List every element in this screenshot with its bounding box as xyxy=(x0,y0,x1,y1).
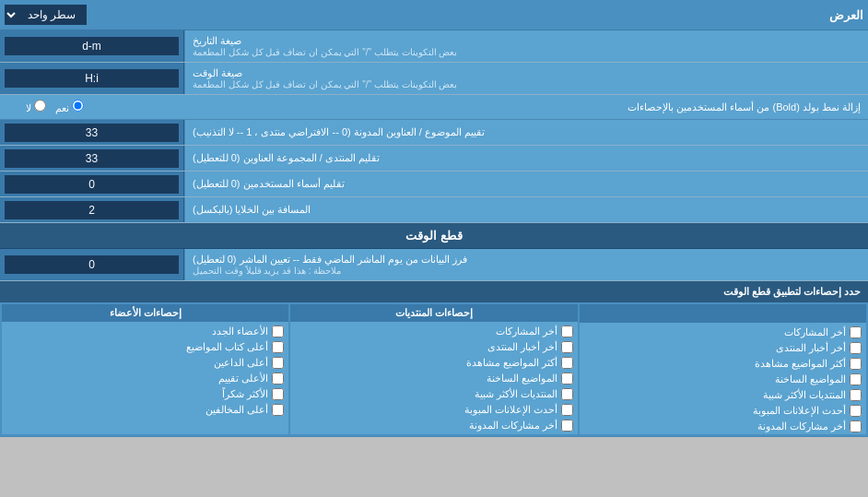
stats-item: أعلى المخالفين xyxy=(2,402,288,418)
stats-checkbox[interactable] xyxy=(561,357,573,369)
stats-item: أخر المشاركات xyxy=(290,324,577,339)
stats-checkbox[interactable] xyxy=(561,373,573,385)
stats-grid: أخر المشاركات أخر أخبار المنتدى أكثر الم… xyxy=(0,302,868,436)
date-format-row: صيغة التاريخ بعض التكوينات يتطلب "/" الت… xyxy=(0,30,868,63)
stats-item: أخر أخبار المنتدى xyxy=(290,339,577,355)
stats-checkbox[interactable] xyxy=(272,341,284,353)
date-format-input-container xyxy=(0,30,184,62)
stats-item: أكثر المواضيع مشاهدة xyxy=(580,356,866,372)
stats-checkbox[interactable] xyxy=(850,342,862,354)
topics-order-row: تقييم الموضوع / العناوين المدونة (0 -- ا… xyxy=(0,120,868,146)
stats-checkbox[interactable] xyxy=(561,341,573,353)
stats-item: الأكثر شكراً xyxy=(2,386,288,402)
freeze-section-header: قطع الوقت xyxy=(0,223,868,249)
time-format-row: صيغة الوقت بعض التكوينات يتطلب "/" التي … xyxy=(0,63,868,95)
cell-spacing-input[interactable] xyxy=(5,201,179,219)
stats-section: حدد إحصاءات لتطبيق قطع الوقت أخر المشارك… xyxy=(0,281,868,437)
stats-checkbox[interactable] xyxy=(272,357,284,369)
stats-col-2: إحصاءات المنتديات أخر المشاركات أخر أخبا… xyxy=(290,304,577,434)
bold-remove-row: إزالة نمط بولد (Bold) من أسماء المستخدمي… xyxy=(0,95,868,120)
stats-checkbox[interactable] xyxy=(272,325,284,337)
stats-item: المواضيع الساخنة xyxy=(290,371,577,386)
stats-item: المواضيع الساخنة xyxy=(580,372,866,387)
stats-item: أعلى كتاب المواضيع xyxy=(2,339,288,355)
date-format-label: صيغة التاريخ بعض التكوينات يتطلب "/" الت… xyxy=(184,30,868,62)
stats-col-3: إحصاءات الأعضاء الأعضاء الجدد أعلى كتاب … xyxy=(2,304,288,434)
stats-col-1-header xyxy=(580,304,866,323)
stats-item: أخر مشاركات المدونة xyxy=(290,418,577,433)
stats-checkbox[interactable] xyxy=(850,358,862,370)
stats-checkbox[interactable] xyxy=(561,325,573,337)
stats-checkbox[interactable] xyxy=(272,388,284,400)
freeze-row: فرز البيانات من يوم الماشر الماضي فقط --… xyxy=(0,249,868,281)
usernames-trim-input[interactable] xyxy=(5,175,179,194)
stats-checkbox[interactable] xyxy=(850,405,862,417)
stats-item: الأعضاء الجدد xyxy=(2,324,288,339)
forum-order-row: تقليم المنتدى / المجموعة العناوين (0 للت… xyxy=(0,146,868,172)
stats-checkbox[interactable] xyxy=(850,373,862,385)
stats-col-1: أخر المشاركات أخر أخبار المنتدى أكثر الم… xyxy=(580,304,866,434)
bold-yes-label: نعم xyxy=(55,100,84,114)
forum-order-input[interactable] xyxy=(5,149,179,168)
cell-spacing-label: المسافة بين الخلايا (بالبكسل) xyxy=(184,197,868,222)
stats-col-2-header: إحصاءات المنتديات xyxy=(290,304,577,322)
date-format-input[interactable] xyxy=(5,37,179,55)
stats-checkbox[interactable] xyxy=(561,420,573,432)
stats-item: المنتديات الأكثر شبية xyxy=(290,386,577,402)
time-format-input[interactable] xyxy=(5,69,179,88)
bold-remove-label: إزالة نمط بولد (Bold) من أسماء المستخدمي… xyxy=(84,101,861,113)
usernames-trim-input-container xyxy=(0,172,184,196)
stats-checkbox[interactable] xyxy=(272,404,284,416)
main-container: العرض سطر واحد سطران ثلاثة أسطر صيغة الت… xyxy=(0,0,868,437)
bold-no-label: لا xyxy=(26,100,46,114)
cell-spacing-input-container xyxy=(0,197,184,222)
stats-col-3-header: إحصاءات الأعضاء xyxy=(2,304,288,322)
stats-item: المنتديات الأكثر شبية xyxy=(580,387,866,403)
stats-item: أكثر المواضيع مشاهدة xyxy=(290,355,577,371)
bold-remove-radio-group: نعم لا xyxy=(7,100,84,114)
header-label: العرض xyxy=(829,8,863,22)
usernames-trim-label: تقليم أسماء المستخدمين (0 للتعطيل) xyxy=(184,172,868,196)
usernames-trim-row: تقليم أسماء المستخدمين (0 للتعطيل) xyxy=(0,172,868,197)
forum-order-input-container xyxy=(0,146,184,171)
freeze-input-container xyxy=(0,249,184,280)
stats-checkbox[interactable] xyxy=(850,420,862,432)
topics-order-input[interactable] xyxy=(5,124,179,142)
stats-item: أحدث الإعلانات المبوبة xyxy=(580,403,866,419)
stats-checkbox[interactable] xyxy=(850,389,862,401)
forum-order-label: تقليم المنتدى / المجموعة العناوين (0 للت… xyxy=(184,146,868,171)
stats-item: أعلى الداعين xyxy=(2,355,288,371)
topics-order-input-container xyxy=(0,120,184,145)
topics-order-label: تقييم الموضوع / العناوين المدونة (0 -- ا… xyxy=(184,120,868,145)
display-mode-select[interactable]: سطر واحد سطران ثلاثة أسطر xyxy=(5,5,87,25)
bold-no-radio[interactable] xyxy=(34,100,46,112)
stats-checkbox[interactable] xyxy=(850,326,862,338)
stats-item: أحدث الإعلانات المبوبة xyxy=(290,402,577,418)
time-format-input-container xyxy=(0,63,184,94)
freeze-label: فرز البيانات من يوم الماشر الماضي فقط --… xyxy=(184,249,868,280)
time-format-label: صيغة الوقت بعض التكوينات يتطلب "/" التي … xyxy=(184,63,868,94)
stats-item: الأعلى تقييم xyxy=(2,371,288,386)
stats-section-header: حدد إحصاءات لتطبيق قطع الوقت xyxy=(0,281,868,302)
bold-yes-radio[interactable] xyxy=(72,100,84,112)
stats-checkbox[interactable] xyxy=(561,404,573,416)
stats-checkbox[interactable] xyxy=(272,373,284,385)
cell-spacing-row: المسافة بين الخلايا (بالبكسل) xyxy=(0,197,868,223)
stats-checkbox[interactable] xyxy=(561,388,573,400)
header-row: العرض سطر واحد سطران ثلاثة أسطر xyxy=(0,0,868,30)
stats-item: أخر مشاركات المدونة xyxy=(580,419,866,434)
freeze-input[interactable] xyxy=(5,255,179,274)
stats-item: أخر المشاركات xyxy=(580,325,866,340)
stats-item: أخر أخبار المنتدى xyxy=(580,340,866,356)
